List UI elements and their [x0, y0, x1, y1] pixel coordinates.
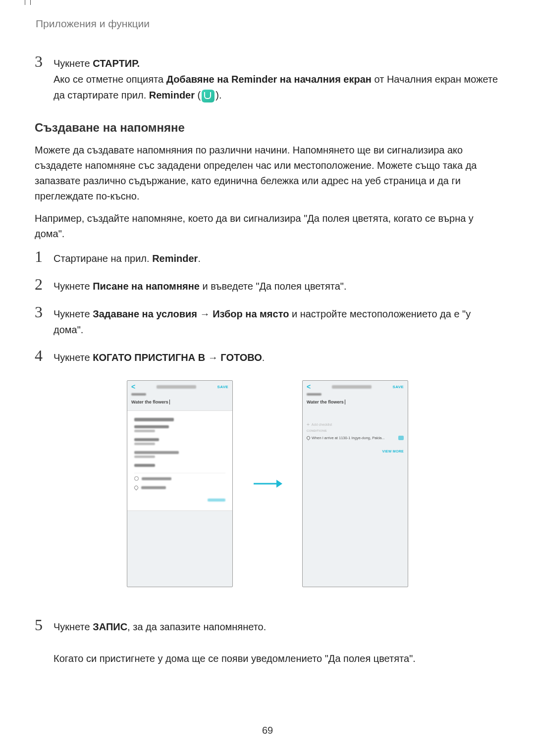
condition-option[interactable]: [134, 438, 225, 445]
screen-title-blurred: [157, 385, 196, 389]
condition-option[interactable]: [134, 451, 225, 458]
condition-row[interactable]: When I arrive at 1130-1 Ingye-dong, Pald…: [307, 434, 404, 442]
step-text: Чукнете ЗАПИС, за да запазите напомнянет…: [54, 617, 500, 666]
step-text: Чукнете СТАРТИР. Ако се отметне опцията …: [54, 53, 500, 103]
condition-option[interactable]: [134, 464, 225, 467]
screen-title-blurred: [332, 385, 372, 389]
header-breadcrumb: Приложения и функции: [36, 18, 500, 30]
page-number: 69: [0, 725, 535, 736]
paragraph: Можете да създавате напомняния по различ…: [35, 143, 500, 204]
step-5: 5 Чукнете ЗАПИС, за да запазите напомнян…: [35, 617, 500, 666]
add-checklist-button[interactable]: + Add checklist: [307, 422, 404, 427]
phone-header: < SAVE: [303, 381, 408, 392]
step-number: 3: [35, 304, 50, 320]
back-icon[interactable]: <: [131, 383, 135, 391]
save-button[interactable]: SAVE: [393, 385, 404, 389]
save-button[interactable]: SAVE: [217, 385, 228, 389]
svg-marker-1: [276, 480, 282, 488]
step-2: 2 Чукнете Писане на напомняне и въведете…: [35, 276, 500, 294]
conditions-label: CONDITIONS: [307, 429, 404, 432]
condition-badge-icon: [398, 436, 404, 440]
location-pin-icon: [133, 485, 139, 490]
section-title: Създаване на напомняне: [35, 121, 500, 135]
screenshot-row: < SAVE Water the flowers: [35, 380, 500, 587]
step-4: 4 Чукнете КОГАТО ПРИСТИГНА В → ГОТОВО.: [35, 348, 500, 365]
phone-screenshot-1: < SAVE Water the flowers: [127, 380, 233, 587]
plus-icon: +: [307, 422, 310, 427]
location-pin-icon: [306, 436, 311, 441]
step-text: Стартиране на прил. Reminder.: [54, 249, 500, 266]
step-3: 3 Чукнете СТАРТИР. Ако се отметне опцият…: [35, 53, 500, 103]
step-number: 2: [35, 276, 50, 292]
corner-decoration: [25, 0, 31, 5]
label-blurred: [131, 393, 146, 396]
text-cursor: [345, 400, 345, 404]
text-cursor: [169, 400, 170, 404]
step-1: 1 Стартиране на прил. Reminder.: [35, 249, 500, 266]
date-time-option[interactable]: [134, 476, 225, 481]
phone-screenshot-2: < SAVE Water the flowers + Add checklist…: [302, 380, 408, 587]
step-text: Чукнете Писане на напомняне и въведете "…: [54, 276, 500, 294]
condition-option[interactable]: [134, 425, 225, 432]
label-blurred: [307, 393, 321, 396]
step-number: 5: [35, 617, 50, 633]
conditions-card: [127, 410, 232, 511]
clock-icon: [134, 476, 139, 481]
card-title-blurred: [134, 418, 174, 421]
view-more-button[interactable]: VIEW MORE: [307, 446, 404, 454]
place-option[interactable]: [134, 486, 225, 490]
step-text: Чукнете Задаване на условия → Избор на м…: [54, 304, 500, 338]
reminder-input[interactable]: Water the flowers: [307, 400, 404, 404]
step-3b: 3 Чукнете Задаване на условия → Избор на…: [35, 304, 500, 338]
step-text: Чукнете КОГАТО ПРИСТИГНА В → ГОТОВО.: [54, 348, 500, 365]
step-number: 3: [35, 53, 50, 69]
reminder-app-icon: [202, 90, 214, 102]
step-number: 1: [35, 249, 50, 264]
step-number: 4: [35, 348, 50, 363]
cancel-blurred[interactable]: [208, 499, 225, 502]
back-icon[interactable]: <: [307, 383, 311, 391]
arrow-right-icon: [253, 478, 282, 490]
reminder-input[interactable]: Water the flowers: [131, 400, 228, 404]
paragraph: Например, създайте напомняне, което да в…: [35, 211, 500, 242]
phone-header: < SAVE: [127, 381, 232, 392]
